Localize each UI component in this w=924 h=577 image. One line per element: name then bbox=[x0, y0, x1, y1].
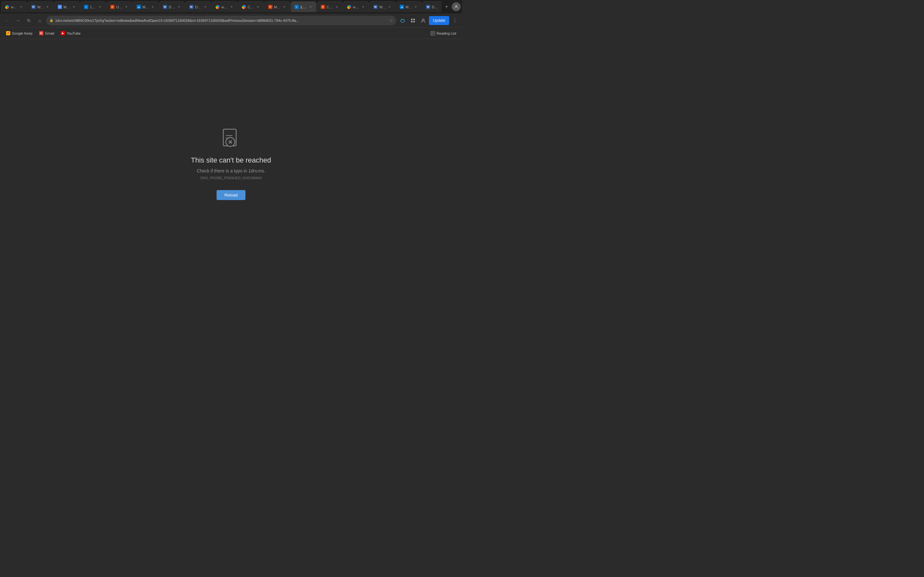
tab-word1-label: Word bbox=[37, 5, 44, 9]
svg-rect-3 bbox=[413, 19, 415, 20]
tab-doc1-label: Docum bbox=[169, 5, 175, 9]
tab-create[interactable]: OCreate× bbox=[317, 1, 342, 12]
new-tab-button[interactable]: + bbox=[442, 2, 451, 11]
tab-google2[interactable]: word c× bbox=[212, 1, 237, 12]
svg-rect-2 bbox=[411, 19, 413, 20]
tab-myfile2[interactable]: ☁My file× bbox=[396, 1, 422, 12]
tab-mail-close[interactable]: × bbox=[71, 5, 76, 9]
tab-google3-label: word c bbox=[353, 5, 359, 9]
tab-doc2-close[interactable]: × bbox=[203, 5, 208, 9]
tab-office-label: Office bbox=[116, 5, 123, 9]
tab-bar: word c×WWord×MMail -×11drv.m×OOffice×☁My… bbox=[0, 0, 462, 13]
tab-myfile1-label: My file bbox=[142, 5, 149, 9]
tab-doc1[interactable]: WDocum× bbox=[159, 1, 185, 12]
address-text: 1drv.ms/w/s!ABNO30vx1TjxiXg?action=editn… bbox=[55, 19, 388, 23]
svg-point-0 bbox=[455, 5, 457, 7]
reading-list-label: Reading List bbox=[437, 31, 456, 35]
tab-doc3-label: Docum bbox=[432, 5, 438, 9]
tab-word2[interactable]: WWord× bbox=[370, 1, 395, 12]
tab-myfile2-label: My file bbox=[405, 5, 412, 9]
address-bar[interactable]: 🔒 1drv.ms/w/s!ABNO30vx1TjxiXg?action=edi… bbox=[46, 16, 396, 25]
tab-office-close[interactable]: × bbox=[124, 5, 129, 9]
toolbar: ← → ↻ ⌂ 🔒 1drv.ms/w/s!ABNO30vx1TjxiXg?ac… bbox=[0, 13, 462, 27]
back-button[interactable]: ← bbox=[3, 16, 11, 25]
reading-list-button[interactable]: Reading List bbox=[428, 30, 459, 37]
reload-page-button[interactable]: Reload bbox=[216, 190, 245, 200]
tab-google1-label: word c bbox=[11, 5, 17, 9]
toolbar-right: Update ⋮ bbox=[398, 16, 459, 25]
tab-word1-close[interactable]: × bbox=[45, 5, 50, 9]
tab-contacts[interactable]: Conta× bbox=[238, 1, 264, 12]
tab-doc3-close[interactable]: × bbox=[440, 5, 441, 9]
bm-gmail-label: Gmail bbox=[45, 31, 54, 35]
tab-doc2-label: Docum bbox=[195, 5, 202, 9]
tab-microsoft[interactable]: OMicros× bbox=[264, 1, 290, 12]
update-button[interactable]: Update bbox=[429, 16, 449, 25]
svg-rect-5 bbox=[413, 21, 415, 23]
tab-myfile1-close[interactable]: × bbox=[150, 5, 155, 9]
tab-create-label: Create bbox=[326, 5, 333, 9]
bm-gmail[interactable]: MGmail bbox=[36, 30, 57, 37]
tab-google2-close[interactable]: × bbox=[229, 5, 234, 9]
error-subtitle: Check if there is a typo in 1drv.ms. bbox=[197, 168, 265, 173]
tab-doc1-close[interactable]: × bbox=[177, 5, 181, 9]
tab-myfile2-close[interactable]: × bbox=[414, 5, 418, 9]
tab-create-close[interactable]: × bbox=[334, 5, 339, 9]
tab-google2-label: word c bbox=[221, 5, 228, 9]
tab-office[interactable]: OOffice× bbox=[107, 1, 132, 12]
bookmarks-bar: 📌Google KeepMGmail▶YouTube Reading List bbox=[0, 27, 462, 39]
tab-google1[interactable]: word c× bbox=[1, 1, 27, 12]
tab-1drv-close[interactable]: × bbox=[98, 5, 102, 9]
extensions-icon[interactable] bbox=[409, 16, 417, 25]
profile-button[interactable] bbox=[452, 2, 461, 11]
tab-contacts-label: Conta bbox=[248, 5, 254, 9]
tab-doc3[interactable]: WDocum× bbox=[422, 1, 441, 12]
more-options-button[interactable]: ⋮ bbox=[451, 16, 459, 25]
tab-doc2[interactable]: WDocum× bbox=[186, 1, 211, 12]
error-page: This site can't be reached Check if ther… bbox=[0, 39, 462, 288]
error-title: This site can't be reached bbox=[191, 156, 271, 164]
microsoft-edge-icon[interactable] bbox=[398, 16, 407, 25]
tab-word2-close[interactable]: × bbox=[387, 5, 392, 9]
tab-microsoft-label: Micros bbox=[274, 5, 280, 9]
error-code: DNS_PROBE_FINISHED_NXDOMAIN bbox=[200, 176, 262, 180]
tab-1drv[interactable]: 11drv.m× bbox=[80, 1, 106, 12]
tab-mail[interactable]: MMail -× bbox=[54, 1, 79, 12]
tab-google3[interactable]: word c× bbox=[343, 1, 369, 12]
bookmark-star-icon[interactable]: ☆ bbox=[389, 18, 393, 23]
forward-button[interactable]: → bbox=[13, 16, 23, 25]
tab-google3-close[interactable]: × bbox=[361, 5, 365, 9]
bm-keep[interactable]: 📌Google Keep bbox=[3, 30, 35, 37]
bm-keep-label: Google Keep bbox=[12, 31, 32, 35]
tab-myfile1[interactable]: ☁My file× bbox=[133, 1, 158, 12]
error-page-icon bbox=[221, 128, 241, 148]
tab-contacts-close[interactable]: × bbox=[256, 5, 260, 9]
bm-youtube[interactable]: ▶YouTube bbox=[58, 30, 83, 37]
tab-1drv-label: 1drv.m bbox=[90, 5, 96, 9]
tab-word1[interactable]: WWord× bbox=[27, 1, 53, 12]
tab-1drv-active[interactable]: 11drv× bbox=[291, 1, 317, 12]
tab-1drv-active-close[interactable]: × bbox=[309, 5, 313, 9]
user-profile-icon[interactable] bbox=[419, 16, 428, 25]
bm-youtube-label: YouTube bbox=[67, 31, 81, 35]
home-button[interactable]: ⌂ bbox=[35, 16, 44, 25]
svg-point-6 bbox=[422, 19, 424, 21]
tab-word2-label: Word bbox=[379, 5, 386, 9]
reload-button[interactable]: ↻ bbox=[24, 16, 33, 25]
tab-microsoft-close[interactable]: × bbox=[282, 5, 286, 9]
svg-rect-4 bbox=[411, 21, 413, 23]
tab-mail-label: Mail - bbox=[63, 5, 70, 9]
tab-1drv-active-label: 1drv bbox=[300, 5, 307, 9]
tab-google1-close[interactable]: × bbox=[19, 5, 23, 9]
lock-icon: 🔒 bbox=[49, 19, 53, 22]
